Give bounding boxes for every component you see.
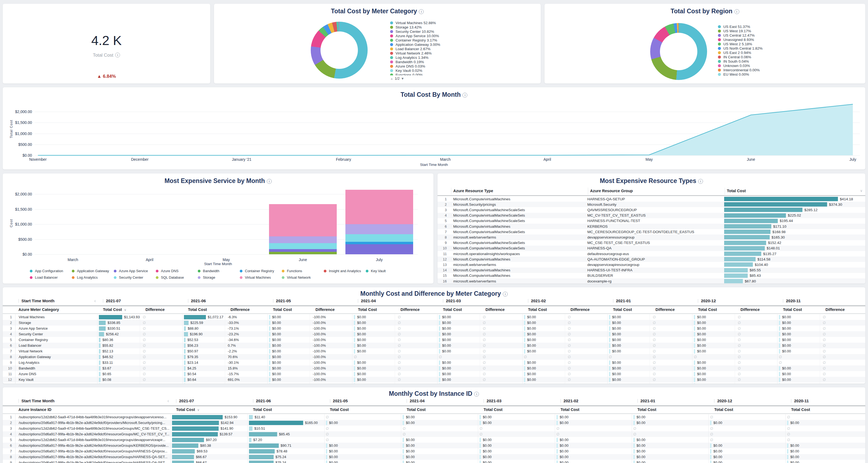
cost-bar[interactable] bbox=[479, 443, 481, 448]
scroll-track[interactable] bbox=[3, 405, 865, 406]
cost-bar[interactable] bbox=[724, 279, 743, 283]
column-header-total-cost[interactable]: Total Cost bbox=[188, 308, 207, 312]
cost-bar[interactable] bbox=[439, 332, 440, 337]
info-icon[interactable]: i bbox=[115, 53, 120, 57]
cost-bar[interactable] bbox=[787, 443, 788, 448]
table-row[interactable]: 10Microsoft.Compute/virtualMachineScaleS… bbox=[437, 245, 865, 251]
cost-bar[interactable] bbox=[609, 321, 610, 325]
legend-item[interactable]: Bandwidth 0.19% bbox=[390, 60, 504, 64]
cost-bar[interactable] bbox=[694, 343, 695, 348]
table-row[interactable]: 6Microsoft.Compute/virtualMachinesKERBER… bbox=[437, 224, 865, 229]
cost-bar[interactable] bbox=[269, 326, 270, 331]
cost-bar[interactable] bbox=[184, 366, 186, 371]
cost-bar[interactable] bbox=[172, 455, 194, 459]
cost-bar[interactable] bbox=[439, 366, 440, 371]
legend-item[interactable]: Bandwidth bbox=[198, 269, 240, 273]
chevron-left-icon[interactable]: ‹ bbox=[94, 298, 96, 303]
column-header-total-cost[interactable]: Total Cost bbox=[484, 407, 502, 412]
table-row[interactable]: 13App Configuration$0.00∅$0.00∅$0.00∅$0.… bbox=[3, 382, 865, 383]
cost-bar[interactable] bbox=[633, 461, 635, 463]
cost-bar[interactable] bbox=[556, 438, 558, 442]
cost-bar[interactable] bbox=[694, 321, 695, 325]
cost-bar[interactable] bbox=[524, 343, 525, 348]
legend-item[interactable]: Insight and Analytics bbox=[324, 269, 366, 273]
column-header-total-cost[interactable]: Total Cost bbox=[528, 308, 547, 312]
cost-bar[interactable] bbox=[354, 366, 355, 371]
cost-bar[interactable] bbox=[439, 378, 440, 382]
table-row[interactable]: 13microsoft.web/serverfarmsdevappservice… bbox=[437, 262, 865, 267]
table-row[interactable]: 6Load Balancer$55.82∅$56.230.7%$0.00-100… bbox=[3, 343, 865, 348]
table-row[interactable]: 1Virtual Machines$1,143.93∅$1,072.17-6.3… bbox=[3, 314, 865, 320]
cost-bar[interactable] bbox=[779, 349, 780, 353]
cost-bar[interactable] bbox=[249, 461, 274, 463]
legend-item[interactable]: Log Analytics bbox=[72, 276, 114, 280]
column-header-difference[interactable]: Difference bbox=[826, 308, 845, 312]
column-header-total-cost[interactable]: Total Cost bbox=[698, 308, 717, 312]
legend-item[interactable]: Virtual Machines 52.88% bbox=[390, 21, 504, 25]
cost-bar[interactable] bbox=[99, 321, 106, 325]
cost-bar[interactable] bbox=[479, 421, 481, 425]
cost-bar[interactable] bbox=[609, 360, 610, 365]
cost-bar[interactable] bbox=[479, 449, 481, 454]
legend-item[interactable]: US North Central 1.82% bbox=[718, 46, 832, 51]
cost-bar[interactable] bbox=[694, 315, 695, 319]
cost-bar[interactable] bbox=[184, 326, 186, 331]
cost-bar[interactable] bbox=[99, 383, 100, 384]
cost-bar[interactable] bbox=[354, 378, 355, 382]
column-header-total-cost[interactable]: Total Cost bbox=[407, 407, 426, 412]
legend-item[interactable]: Key Vault bbox=[366, 269, 408, 273]
legend-item[interactable]: Unknown 0.03% bbox=[718, 63, 832, 68]
cost-bar[interactable] bbox=[779, 321, 780, 325]
cost-bar[interactable] bbox=[184, 355, 186, 359]
bar-segment[interactable] bbox=[345, 224, 413, 234]
cost-bar[interactable] bbox=[724, 252, 761, 256]
cost-bar[interactable] bbox=[609, 332, 610, 337]
cost-bar[interactable] bbox=[269, 338, 270, 342]
legend-item[interactable]: US West 2 5.18% bbox=[718, 42, 832, 46]
table-row[interactable]: 2/subscriptions/20d6a917-99fa-4b1b-9b2e-… bbox=[3, 420, 865, 426]
cost-bar[interactable] bbox=[633, 415, 635, 419]
cost-bar[interactable] bbox=[609, 383, 610, 384]
cost-bar[interactable] bbox=[633, 449, 635, 454]
cost-bar[interactable] bbox=[710, 461, 711, 463]
cost-bar[interactable] bbox=[354, 349, 355, 353]
legend-item[interactable]: Storage bbox=[198, 276, 240, 280]
table-row[interactable]: 11microsoft.operationalinsights/workspac… bbox=[437, 251, 865, 256]
cost-bar[interactable] bbox=[694, 332, 695, 337]
legend-item[interactable]: Key Vault 0.02% bbox=[390, 68, 504, 73]
cost-bar[interactable] bbox=[609, 366, 610, 371]
table-row[interactable]: 1/subscriptions/12d2db62-5aa9-471d-84bb-… bbox=[3, 414, 865, 420]
cost-bar[interactable] bbox=[184, 343, 186, 348]
legend-item[interactable]: Load Balancer bbox=[30, 276, 72, 280]
cost-bar[interactable] bbox=[249, 415, 253, 419]
cost-bar[interactable] bbox=[694, 372, 695, 376]
info-icon[interactable]: i bbox=[267, 179, 272, 184]
cost-bar[interactable] bbox=[403, 461, 404, 463]
table-row[interactable]: 6/subscriptions/20d6a917-99fa-4b1b-9b2e-… bbox=[3, 443, 865, 448]
table-row[interactable]: 3Microsoft.Compute/virtualMachineScaleSe… bbox=[437, 207, 865, 212]
column-header-difference[interactable]: Difference bbox=[315, 308, 335, 312]
cost-bar[interactable] bbox=[403, 449, 404, 454]
cost-bar[interactable] bbox=[524, 366, 525, 371]
table-row[interactable]: 7Virtual Network$52.13∅$50.97-2.2%$0.00-… bbox=[3, 348, 865, 354]
cost-bar[interactable] bbox=[779, 366, 780, 371]
stacked-bar-june[interactable] bbox=[269, 204, 337, 254]
legend-item[interactable]: Functions bbox=[282, 269, 324, 273]
cost-bar[interactable] bbox=[354, 372, 355, 376]
cost-bar[interactable] bbox=[99, 355, 100, 359]
cost-bar[interactable] bbox=[633, 455, 635, 459]
cost-bar[interactable] bbox=[710, 449, 711, 454]
cost-bar[interactable] bbox=[479, 415, 481, 419]
cost-bar[interactable] bbox=[184, 332, 188, 337]
cost-bar[interactable] bbox=[249, 426, 252, 431]
cost-bar[interactable] bbox=[524, 326, 525, 331]
cost-bar[interactable] bbox=[779, 332, 780, 337]
cost-bar[interactable] bbox=[354, 343, 355, 348]
cost-bar[interactable] bbox=[99, 338, 100, 342]
cost-bar[interactable] bbox=[694, 378, 695, 382]
cost-bar[interactable] bbox=[694, 366, 695, 371]
cost-bar[interactable] bbox=[609, 372, 610, 376]
cost-bar[interactable] bbox=[249, 438, 251, 442]
info-icon[interactable]: i bbox=[503, 292, 508, 296]
legend-item[interactable]: Virtual Network 2.46% bbox=[390, 51, 504, 55]
